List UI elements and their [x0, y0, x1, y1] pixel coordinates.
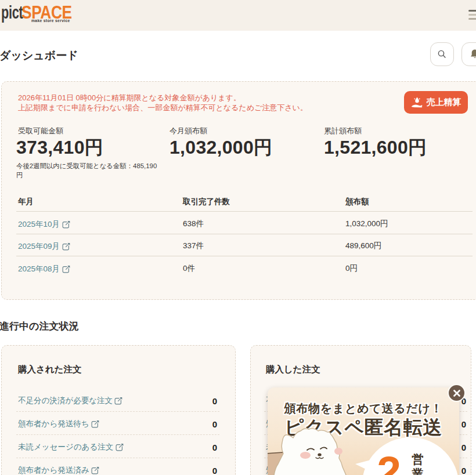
svg-text:2: 2 — [377, 447, 401, 475]
svg-text:業: 業 — [411, 467, 424, 475]
svg-text:営: 営 — [412, 452, 424, 466]
